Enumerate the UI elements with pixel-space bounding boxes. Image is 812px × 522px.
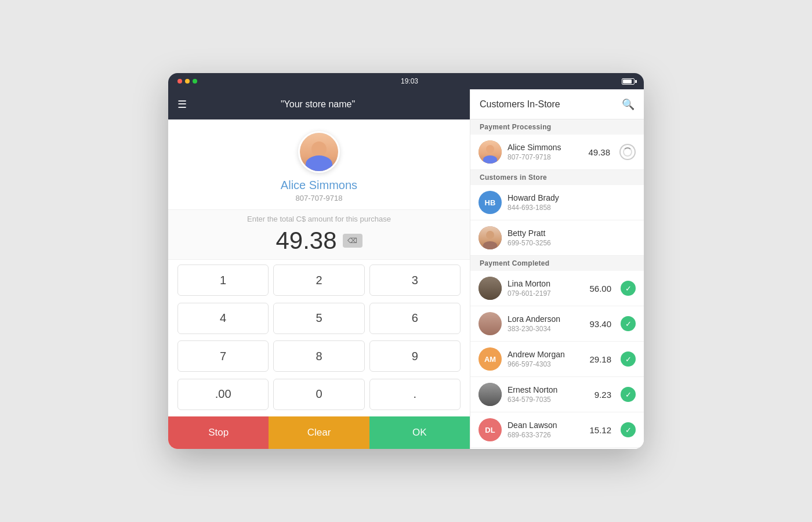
customer-avatar <box>298 131 340 173</box>
numpad-key-2[interactable]: 2 <box>273 264 364 296</box>
main-content: ☰ "Your store name" Alice Simmons 807-70… <box>168 89 644 449</box>
customer-name: Lina Morton <box>507 279 583 288</box>
right-header: Customers In-Store 🔍 <box>470 89 644 119</box>
customer-name: Howard Brady <box>507 193 636 202</box>
list-item[interactable]: AM Andrew Morgan 966-597-4303 29.18 ✓ <box>470 342 644 377</box>
customer-phone: 079-601-2197 <box>507 289 583 298</box>
backspace-icon: ⌫ <box>347 237 357 245</box>
customer-info: Lina Morton 079-601-2197 <box>507 279 583 298</box>
battery-fill <box>623 79 632 84</box>
list-item[interactable]: HB Howard Brady 844-693-1858 <box>470 185 644 220</box>
customer-name: Alice Simmons <box>507 143 582 152</box>
customer-phone: 634-579-7035 <box>507 396 589 404</box>
status-time: 19:03 <box>401 77 418 85</box>
customer-list: Payment Processing Alice Simmons 807-707… <box>470 119 644 449</box>
customer-amount: 9.23 <box>594 390 611 400</box>
left-header: ☰ "Your store name" <box>168 89 470 119</box>
customer-amount: 29.18 <box>589 354 611 364</box>
avatar <box>478 312 502 335</box>
check-icon: ✓ <box>621 422 636 437</box>
numpad-key-6[interactable]: 6 <box>369 303 461 334</box>
numpad-key-5[interactable]: 5 <box>273 303 364 334</box>
search-icon[interactable]: 🔍 <box>622 98 635 111</box>
customer-info: Ernest Norton 634-579-7035 <box>507 385 589 404</box>
window-controls <box>177 79 197 84</box>
customer-info: Howard Brady 844-693-1858 <box>507 193 636 212</box>
check-icon: ✓ <box>621 316 636 331</box>
backspace-button[interactable]: ⌫ <box>343 234 362 248</box>
battery-icon <box>622 78 635 85</box>
avatar <box>478 277 502 300</box>
list-item[interactable]: Ernest Norton 634-579-7035 9.23 ✓ <box>470 377 644 412</box>
avatar: DL <box>478 418 502 441</box>
customer-phone: 383-230-3034 <box>507 325 583 333</box>
right-header-title: Customers In-Store <box>480 99 560 110</box>
customer-phone: 966-597-4303 <box>507 360 583 368</box>
store-name: "Your store name" <box>281 99 355 110</box>
customer-name: Betty Pratt <box>507 229 636 238</box>
customer-name: Lora Anderson <box>507 314 583 324</box>
customer-phone: 699-570-3256 <box>507 239 636 247</box>
customer-name: Dean Lawson <box>507 420 583 430</box>
numpad: 1 2 3 4 5 6 7 8 9 .00 0 . <box>168 260 470 416</box>
customer-info: Betty Pratt 699-570-3256 <box>507 229 636 247</box>
customer-amount: 56.00 <box>589 284 611 293</box>
customer-profile: Alice Simmons 807-707-9718 <box>168 119 470 209</box>
avatar <box>478 226 502 249</box>
action-buttons: Stop Clear OK <box>168 416 470 449</box>
numpad-key-00[interactable]: .00 <box>177 379 269 410</box>
section-payment-processing: Payment Processing <box>470 119 644 135</box>
numpad-key-0[interactable]: 0 <box>273 379 364 410</box>
hamburger-icon[interactable]: ☰ <box>177 98 187 111</box>
check-icon: ✓ <box>621 387 636 402</box>
amount-hint: Enter the total C$ amount for this purch… <box>180 215 458 223</box>
check-icon: ✓ <box>621 281 636 296</box>
status-bar: 19:03 <box>168 73 644 89</box>
numpad-key-8[interactable]: 8 <box>273 340 364 372</box>
dot-red <box>177 79 182 84</box>
avatar-face <box>300 131 338 173</box>
customer-name: Andrew Morgan <box>507 350 583 359</box>
numpad-key-3[interactable]: 3 <box>369 264 461 296</box>
left-panel: ☰ "Your store name" Alice Simmons 807-70… <box>168 89 470 449</box>
avatar <box>478 140 502 164</box>
numpad-key-7[interactable]: 7 <box>177 340 269 372</box>
avatar: AM <box>478 347 502 371</box>
customer-name: Alice Simmons <box>281 179 357 192</box>
dot-green <box>193 79 197 84</box>
dot-yellow <box>185 79 190 84</box>
amount-display: 49.38 ⌫ <box>180 227 458 255</box>
amount-section: Enter the total C$ amount for this purch… <box>168 209 470 260</box>
amount-value: 49.38 <box>276 227 336 255</box>
spinner <box>623 147 632 157</box>
check-icon: ✓ <box>621 351 636 367</box>
avatar <box>478 383 502 406</box>
customer-info: Dean Lawson 689-633-3726 <box>507 420 583 439</box>
numpad-key-dot[interactable]: . <box>369 379 461 410</box>
customer-name: Ernest Norton <box>507 385 589 394</box>
list-item[interactable]: Lora Anderson 383-230-3034 93.40 ✓ <box>470 306 644 342</box>
customer-phone: 807-707-9718 <box>507 153 582 161</box>
ok-button[interactable]: OK <box>369 416 470 449</box>
section-payment-completed: Payment Completed <box>470 256 644 271</box>
customer-phone: 689-633-3726 <box>507 431 583 439</box>
right-panel: Customers In-Store 🔍 Payment Processing <box>470 89 644 449</box>
clear-button[interactable]: Clear <box>269 416 369 449</box>
stop-button[interactable]: Stop <box>168 416 269 449</box>
customer-amount: 49.38 <box>588 147 610 157</box>
section-customers-in-store: Customers in Store <box>470 170 644 185</box>
processing-icon <box>619 144 636 160</box>
customer-amount: 15.12 <box>589 425 611 435</box>
numpad-key-4[interactable]: 4 <box>177 303 269 334</box>
list-item[interactable]: Alice Simmons 807-707-9718 49.38 <box>470 135 644 170</box>
customer-info: Alice Simmons 807-707-9718 <box>507 143 582 161</box>
customer-phone: 807-707-9718 <box>296 194 343 202</box>
list-item[interactable]: Lina Morton 079-601-2197 56.00 ✓ <box>470 271 644 306</box>
list-item[interactable]: Betty Pratt 699-570-3256 <box>470 220 644 256</box>
numpad-key-9[interactable]: 9 <box>369 340 461 372</box>
list-item[interactable]: DL Dean Lawson 689-633-3726 15.12 ✓ <box>470 412 644 448</box>
customer-phone: 844-693-1858 <box>507 204 636 212</box>
device-frame: 19:03 ☰ "Your store name" Alice Simmons … <box>168 73 644 449</box>
numpad-key-1[interactable]: 1 <box>177 264 269 296</box>
customer-amount: 93.40 <box>589 319 611 329</box>
